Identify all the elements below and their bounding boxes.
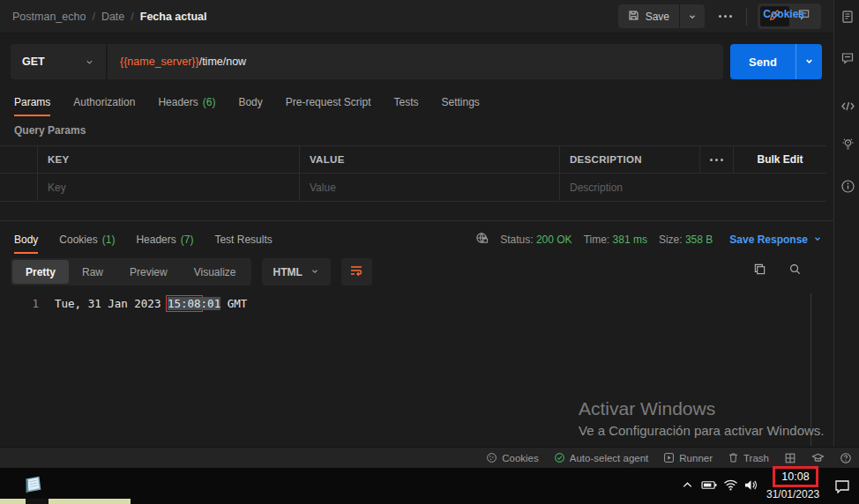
time-value: 381 ms [613, 233, 647, 246]
wrap-lines-button[interactable] [341, 258, 372, 285]
tray-clock[interactable]: 10:08 [773, 466, 818, 487]
view-visualize-button[interactable]: Visualize [181, 260, 250, 284]
send-button-label: Send [749, 56, 777, 69]
footer-cookies-label: Cookies [502, 453, 539, 463]
footer-cookies-button[interactable]: Cookies [486, 452, 539, 463]
value-input[interactable]: Value [300, 174, 560, 201]
response-tab-cookies[interactable]: Cookies(1) [59, 228, 115, 251]
cookie-icon [486, 452, 497, 463]
line-number: 1 [0, 297, 39, 310]
response-tab-body[interactable]: Body [14, 228, 38, 251]
status-group: Status: 200 OK [500, 233, 571, 246]
tab-pre-request-script[interactable]: Pre-request Script [286, 91, 371, 114]
method-select[interactable]: GET [11, 44, 107, 79]
tab-params[interactable]: Params [14, 91, 50, 114]
notepad-taskbar-icon[interactable] [19, 471, 46, 501]
response-tab-test-results[interactable]: Test Results [214, 228, 272, 251]
bulk-edit-button[interactable]: Bulk Edit [733, 146, 826, 173]
key-input[interactable]: Key [38, 174, 300, 201]
time-group: Time: 381 ms [584, 233, 647, 246]
windows-taskbar: 10:08 31/01/2023 [0, 468, 859, 504]
cookies-link[interactable]: Cookies [763, 8, 804, 20]
taskbar-artifact-strip [0, 499, 131, 504]
tab-label: Params [14, 96, 50, 108]
tab-count: (7) [181, 233, 194, 246]
breadcrumb: Postman_echo / Date / Fecha actual [12, 11, 207, 23]
tray-chevron-up-icon[interactable] [681, 478, 694, 492]
activate-windows-title: Activar Windows [579, 398, 715, 419]
language-select[interactable]: HTML [262, 258, 331, 285]
send-options-button[interactable] [796, 44, 822, 79]
postman-window: Postman_echo / Date / Fecha actual Save [0, 0, 859, 504]
save-icon [628, 10, 639, 24]
topbar-divider [746, 8, 747, 26]
comments-icon[interactable] [840, 50, 855, 66]
breadcrumb-separator: / [92, 11, 94, 23]
info-icon[interactable] [840, 178, 855, 194]
view-raw-button[interactable]: Raw [69, 260, 116, 284]
tray-date[interactable]: 31/01/2023 [766, 488, 819, 500]
save-options-button[interactable] [680, 9, 705, 25]
tab-label: Pre-request Script [286, 96, 371, 108]
send-button[interactable]: Send [730, 44, 796, 79]
tab-label: Body [238, 96, 262, 108]
tab-tests[interactable]: Tests [393, 91, 418, 114]
lightbulb-icon[interactable] [840, 136, 855, 152]
save-button[interactable]: Save [618, 4, 680, 28]
chevron-down-icon [813, 233, 822, 246]
search-icon[interactable] [788, 263, 802, 279]
breadcrumb-collection[interactable]: Postman_echo [12, 11, 86, 23]
url-path: /time/now [199, 56, 247, 68]
footer-trash-button[interactable]: Trash [728, 452, 769, 463]
help-icon[interactable] [840, 452, 852, 464]
tray-wifi-icon[interactable] [723, 478, 738, 492]
panes-layout-icon[interactable] [784, 452, 796, 464]
column-header-description: DESCRIPTION [560, 146, 699, 173]
send-button-group: Send [730, 44, 822, 79]
wrap-text-icon [349, 263, 363, 281]
chevron-down-icon [804, 54, 814, 70]
view-preview-button[interactable]: Preview [116, 260, 181, 284]
training-cap-icon[interactable] [811, 452, 825, 463]
response-tab-headers[interactable]: Headers(7) [136, 228, 193, 251]
trash-icon [728, 452, 739, 463]
tab-body[interactable]: Body [238, 91, 262, 114]
params-more-options-button[interactable] [699, 146, 733, 173]
view-pretty-button[interactable]: Pretty [12, 260, 69, 284]
query-params-title: Query Params [14, 124, 86, 137]
tab-authorization[interactable]: Authorization [73, 91, 135, 114]
network-icon[interactable] [475, 232, 489, 248]
response-text[interactable]: Tue, 31 Jan 2023 15:08:01 GMT [55, 297, 247, 310]
breadcrumb-request-name[interactable]: Fecha actual [140, 11, 207, 23]
footer-trash-label: Trash [743, 453, 769, 463]
size-group: Size: 358 B [659, 233, 713, 246]
footer-agent-button[interactable]: Auto-select agent [554, 452, 649, 463]
status-label: Status: [500, 233, 533, 246]
params-input-row: Key Value Description [0, 174, 826, 201]
documentation-icon[interactable] [840, 9, 855, 25]
url-input[interactable]: {{name_server}}/time/now [108, 44, 723, 79]
request-tabs: Params Authorization Headers(6) Body Pre… [0, 88, 833, 116]
tab-label: Cookies [59, 233, 97, 246]
description-input[interactable]: Description [560, 174, 826, 201]
row-checkbox-cell[interactable] [0, 174, 38, 201]
select-all-cell[interactable] [0, 146, 38, 173]
save-response-button[interactable]: Save Response [729, 233, 822, 246]
response-text-after: GMT [220, 297, 247, 310]
clock-time: 10:08 [781, 471, 809, 483]
tray-speaker-icon[interactable] [743, 478, 758, 492]
tray-battery-icon[interactable] [701, 478, 718, 492]
breadcrumb-folder[interactable]: Date [101, 11, 124, 23]
tab-settings[interactable]: Settings [442, 91, 480, 114]
pane-resizer[interactable] [0, 220, 833, 221]
response-meta: Status: 200 OK Time: 381 ms Size: 358 B … [475, 224, 822, 255]
more-options-button[interactable] [715, 15, 736, 18]
request-header-bar: Postman_echo / Date / Fecha actual Save [0, 0, 833, 33]
footer-runner-button[interactable]: Runner [663, 452, 713, 463]
tab-headers[interactable]: Headers(6) [158, 91, 215, 114]
tab-label: Headers [158, 96, 198, 108]
code-icon[interactable] [840, 98, 855, 114]
action-center-icon[interactable] [834, 478, 850, 493]
tab-label: Body [14, 233, 38, 246]
copy-icon[interactable] [753, 263, 766, 279]
